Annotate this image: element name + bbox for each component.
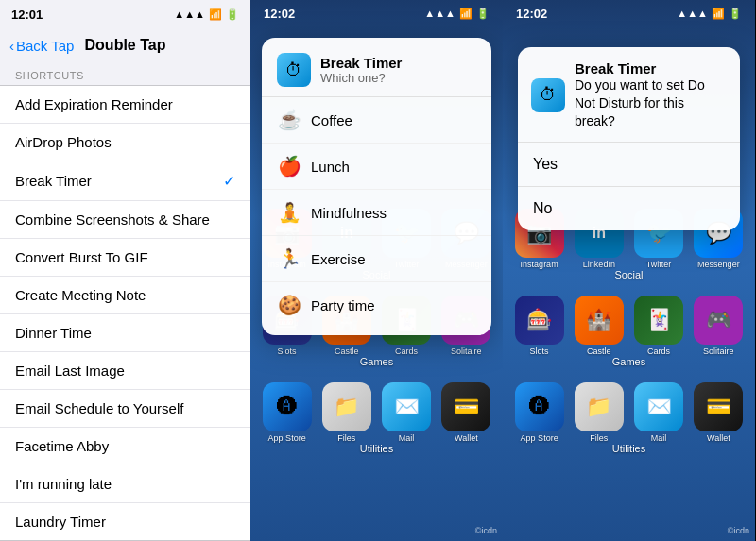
dnd-yes-option[interactable]: Yes [518,143,740,187]
phone-panel-3: 12:02 ▲▲▲ 📶 🔋 ⏱ Break Timer Do you want … [503,0,755,541]
shortcut-label-8: Email Schedule to Yourself [15,400,183,416]
option-icon-1: 🍎 [277,155,301,178]
dnd-question: Do you want to set Do Not Disturb for th… [575,76,727,130]
phone3-icons: ▲▲▲ 📶 🔋 [677,8,742,20]
signal3-icon: ▲▲▲ [677,8,708,19]
shortcut-item-4[interactable]: Convert Burst To GIF [0,239,250,277]
popup-options: ☕Coffee🍎Lunch🧘Mindfulness🏃Exercise🍪Party… [262,97,491,328]
popup-option-2[interactable]: 🧘Mindfulness [262,190,491,236]
battery3-icon: 🔋 [729,8,742,20]
dnd-popup[interactable]: ⏱ Break Timer Do you want to set Do Not … [518,47,740,230]
shortcut-item-0[interactable]: Add Expiration Reminder [0,86,250,124]
option-icon-3: 🏃 [277,247,301,270]
app-appstore[interactable]: 🅐 App Store [260,382,314,443]
games-grid-3: 🎰 Slots 🏰 Castle 🃏 Cards 🎮 Solitaire [512,296,746,356]
option-label-2: Mindfulness [311,205,387,221]
phone2-icons: ▲▲▲ 📶 🔋 [424,8,490,20]
g4-3-icon: 🎮 [694,296,743,345]
dnd-app-name: Break Timer [575,60,727,76]
section-header: SHORTCUTS [0,62,250,85]
option-label-4: Party time [311,297,375,313]
utilities-grid-3: 🅐 App Store 📁 Files ✉️ Mail 💳 Wallet [512,382,746,443]
shortcut-item-9[interactable]: Facetime Abby [0,428,250,465]
appstore-icon: 🅐 [263,382,312,431]
shortcut-label-7: Email Last Image [15,363,125,379]
wallet3-icon: 💳 [694,382,743,431]
shortcut-label-5: Create Meeting Note [15,287,146,303]
shortcut-label-10: I'm running late [15,476,112,492]
battery2-icon: 🔋 [476,8,490,20]
wallet-icon: 💳 [441,382,490,431]
which-one-popup[interactable]: ⏱ Break Timer Which one? ☕Coffee🍎Lunch🧘M… [262,38,491,335]
status-time: 12:01 [11,8,43,22]
watermark: ©icdn [475,526,497,535]
status-icons: ▲▲▲ 📶 🔋 [174,8,239,21]
shortcut-item-11[interactable]: Laundry Timer [0,503,250,541]
option-icon-0: ☕ [277,109,301,131]
files3-icon: 📁 [575,382,624,431]
signal2-icon: ▲▲▲ [424,8,455,19]
g2-3-icon: 🏰 [575,296,624,345]
chevron-left-icon: ‹ [9,38,14,54]
shortcut-label-3: Combine Screenshots & Share [15,211,210,228]
shortcut-item-1[interactable]: AirDrop Photos [0,124,250,161]
option-icon-2: 🧘 [277,201,301,224]
break-timer-icon: ⏱ [277,53,311,87]
app-mail[interactable]: ✉️ Mail [380,382,434,443]
utilities-section: 🅐 App Store 📁 Files ✉️ Mail 💳 Wallet Uti… [250,375,503,462]
appstore3-icon: 🅐 [515,382,564,431]
mail-icon: ✉️ [382,382,431,431]
utilities-label: Utilities [260,443,493,454]
mail3-icon: ✉️ [634,382,683,431]
shortcut-item-8[interactable]: Email Schedule to Yourself [0,390,250,428]
shortcuts-list: Add Expiration ReminderAirDrop PhotosBre… [0,85,250,541]
utilities-grid: 🅐 App Store 📁 Files ✉️ Mail 💳 Wallet [260,382,493,443]
games-label: Games [260,356,493,367]
nav-title: Double Tap [85,37,166,54]
wifi-icon: 📶 [209,8,222,21]
files-icon: 📁 [322,382,371,431]
shortcut-label-1: AirDrop Photos [15,134,112,150]
status-bar-phone3: 12:02 ▲▲▲ 📶 🔋 [503,0,755,26]
phone-panel-2: 12:02 ▲▲▲ 📶 🔋 ⏱ Break Timer Which one? ☕… [250,0,503,541]
shortcut-item-3[interactable]: Combine Screenshots & Share [0,201,250,239]
social-label-3: Social [512,269,746,280]
back-label: Back Tap [16,38,74,54]
games-section-3: 🎰 Slots 🏰 Castle 🃏 Cards 🎮 Solitaire Gam… [503,288,755,375]
signal-icon: ▲▲▲ [174,8,205,20]
g1-3-icon: 🎰 [515,296,564,345]
shortcut-label-2: Break Timer [15,173,92,189]
option-label-0: Coffee [311,112,352,128]
battery-icon: 🔋 [226,8,239,21]
shortcut-label-9: Facetime Abby [15,438,109,454]
back-button[interactable]: ‹ Back Tap [9,38,74,54]
popup-option-1[interactable]: 🍎Lunch [262,144,491,190]
shortcut-item-10[interactable]: I'm running late [0,465,250,503]
nav-bar: ‹ Back Tap Double Tap [0,28,250,62]
shortcut-item-5[interactable]: Create Meeting Note [0,277,250,314]
app-files[interactable]: 📁 Files [319,382,373,443]
shortcut-item-2[interactable]: Break Timer✓ [0,161,250,201]
option-label-3: Exercise [311,251,366,267]
shortcut-label-4: Convert Burst To GIF [15,249,148,265]
option-label-1: Lunch [311,159,350,175]
phone3-time: 12:02 [516,7,547,21]
games-label-3: Games [512,356,746,367]
dnd-no-option[interactable]: No [518,187,740,230]
popup-option-4[interactable]: 🍪Party time [262,282,491,328]
utilities-section-3: 🅐 App Store 📁 Files ✉️ Mail 💳 Wallet Uti… [503,375,755,462]
dnd-break-timer-icon: ⏱ [531,78,565,112]
popup-option-3[interactable]: 🏃Exercise [262,236,491,282]
popup-option-0[interactable]: ☕Coffee [262,97,491,144]
settings-panel: 12:01 ▲▲▲ 📶 🔋 ‹ Back Tap Double Tap SHOR… [0,0,250,541]
app-wallet[interactable]: 💳 Wallet [439,382,493,443]
status-bar-settings: 12:01 ▲▲▲ 📶 🔋 [0,0,250,28]
utilities-label-3: Utilities [512,443,746,454]
dnd-header: ⏱ Break Timer Do you want to set Do Not … [518,47,740,143]
shortcut-label-6: Dinner Time [15,325,92,341]
g3-3-icon: 🃏 [634,296,683,345]
popup-header: ⏱ Break Timer Which one? [262,53,491,97]
shortcut-item-7[interactable]: Email Last Image [0,352,250,390]
shortcut-item-6[interactable]: Dinner Time [0,314,250,352]
wifi2-icon: 📶 [459,8,472,20]
